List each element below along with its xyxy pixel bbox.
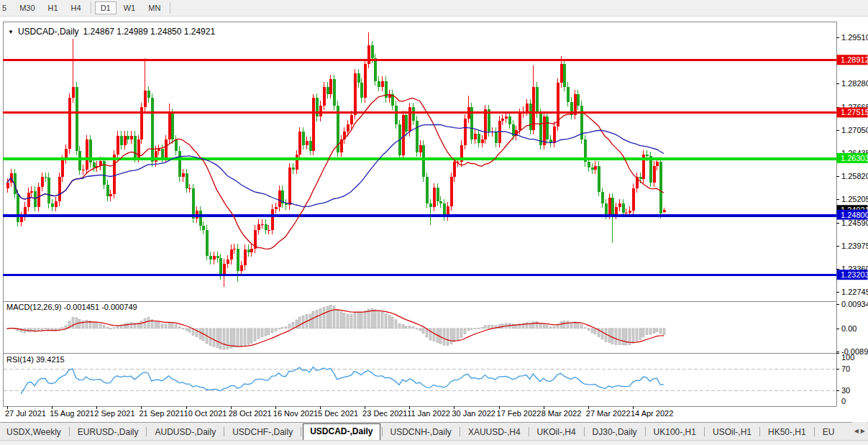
candle-body [306, 141, 309, 144]
timeframe-button-h1[interactable]: H1 [42, 1, 64, 14]
candle-body [419, 145, 422, 152]
timeframe-button-d1[interactable]: D1 [95, 1, 117, 14]
macd-histogram-bar [117, 326, 119, 329]
candle-body [51, 203, 54, 207]
candle-body [178, 151, 181, 178]
candle-body [453, 162, 456, 177]
candle-body [202, 226, 205, 229]
macd-histogram-bar [656, 329, 658, 332]
tab-uk100-h1[interactable]: UK100-,H1 [647, 424, 703, 441]
macd-histogram-bar [357, 312, 360, 329]
tab-usdx-weekly[interactable]: USDX,Weekly [0, 424, 68, 441]
tab-hk50-h1[interactable]: HK50-,H1 [762, 424, 813, 441]
candle-body [124, 136, 127, 145]
chart-collapse-icon[interactable]: ▼ [8, 29, 14, 35]
candle-body [381, 81, 384, 87]
macd-histogram-bar [532, 321, 534, 329]
tab-eurusd-daily[interactable]: EURUSD-,Daily [71, 424, 145, 441]
candle-body [426, 177, 429, 203]
chart-canvas[interactable]: 1.295101.282801.276651.270501.264351.258… [0, 0, 868, 445]
candle-body [608, 198, 611, 215]
candle-body [319, 106, 322, 117]
tabs-scroll-left-icon[interactable]: ◀ [854, 428, 859, 434]
candle-body [165, 139, 168, 158]
timeframe-button-h4[interactable]: H4 [65, 1, 87, 14]
candle-body [268, 230, 270, 231]
macd-histogram-bar [247, 329, 250, 344]
macd-histogram-bar [182, 329, 184, 329]
macd-histogram-bar [261, 329, 263, 337]
macd-histogram-bar [265, 329, 267, 336]
price-axis-label: 1.22745 [841, 288, 868, 296]
candle-body [529, 104, 532, 130]
candle-body [323, 87, 326, 106]
macd-histogram-bar [546, 325, 548, 328]
tab-separator [814, 427, 815, 436]
macd-histogram-bar [78, 319, 81, 329]
candle-body [316, 98, 319, 116]
candle-body [117, 136, 119, 155]
timeframe-button-5[interactable]: 5 [0, 1, 12, 14]
tab-ukoil-h4[interactable]: UKOil-,H4 [531, 424, 583, 441]
tab-eu[interactable]: EU [816, 424, 841, 441]
macd-histogram-bar [285, 327, 287, 329]
candle-body [615, 207, 618, 214]
macd-histogram-bar [642, 329, 644, 337]
macd-histogram-bar [281, 328, 283, 329]
macd-histogram-bar [402, 324, 404, 328]
tab-usdchf-daily[interactable]: USDCHF-,Daily [226, 424, 299, 441]
candle-body [298, 132, 301, 154]
macd-axis-label: 0.00 [841, 324, 856, 333]
candle-body [58, 177, 61, 201]
macd-indicator-label: MACD(12,26,9) -0.001451 -0.000749 [6, 303, 137, 311]
candle-body [567, 87, 570, 102]
macd-histogram-bar [457, 329, 459, 340]
candle-body [563, 64, 566, 86]
price-axis-label: 1.27050 [841, 126, 868, 134]
candle-body [526, 104, 529, 111]
macd-histogram-bar [41, 329, 43, 330]
tabs-scroll-right-icon[interactable]: ▶ [861, 428, 865, 434]
time-axis-label: 2 Sep 2021 [94, 409, 134, 418]
macd-histogram-bar [165, 324, 167, 329]
candle-body [474, 134, 477, 139]
macd-histogram-bar [254, 329, 256, 341]
candle-body [649, 156, 652, 183]
candle-body [405, 115, 408, 132]
macd-histogram-bar [646, 329, 648, 335]
macd-histogram-bar [237, 329, 239, 347]
candle-body [155, 151, 157, 162]
time-axis-label: 5 Dec 2021 [318, 409, 358, 418]
candle-body [618, 203, 621, 207]
candle-body [598, 166, 600, 193]
macd-histogram-bar [567, 321, 569, 329]
rsi-axis-label: 30 [841, 386, 850, 395]
time-axis-label: 16 Nov 2021 [273, 409, 318, 418]
macd-histogram-bar [161, 324, 163, 329]
timeframe-button-mn[interactable]: MN [142, 1, 166, 14]
macd-histogram-bar [323, 307, 325, 329]
macd-histogram-bar [147, 317, 150, 329]
tab-usoil-h1[interactable]: USOil-,H1 [706, 424, 758, 441]
macd-histogram-bar [319, 309, 321, 329]
tab-audusd-daily[interactable]: AUDUSD-,Daily [148, 424, 222, 441]
macd-histogram-bar [171, 324, 173, 329]
tab-dj30-daily[interactable]: DJ30-,Daily [586, 424, 644, 441]
macd-histogram-bar [412, 327, 414, 329]
tab-xauusd-h4[interactable]: XAUUSD-,H4 [462, 424, 527, 441]
macd-histogram-bar [488, 325, 490, 328]
rsi-pane-canvas[interactable] [3, 353, 836, 406]
macd-histogram-bar [250, 329, 252, 344]
main-pane-canvas[interactable] [3, 22, 836, 301]
macd-histogram-bar [639, 329, 641, 339]
macd-histogram-bar [257, 329, 260, 339]
timeframe-button-m30[interactable]: M30 [14, 1, 40, 14]
timeframe-button-w1[interactable]: W1 [118, 1, 142, 14]
macd-histogram-bar [659, 329, 662, 334]
macd-histogram-bar [109, 329, 111, 329]
macd-histogram-bar [209, 329, 211, 346]
tab-usdcnh-daily[interactable]: USDCNH-,Daily [384, 424, 458, 441]
macd-histogram-bar [460, 329, 462, 337]
macd-values: -0.001451 -0.000749 [63, 303, 137, 311]
tab-usdcad-daily[interactable]: USDCAD-,Daily [303, 423, 380, 441]
